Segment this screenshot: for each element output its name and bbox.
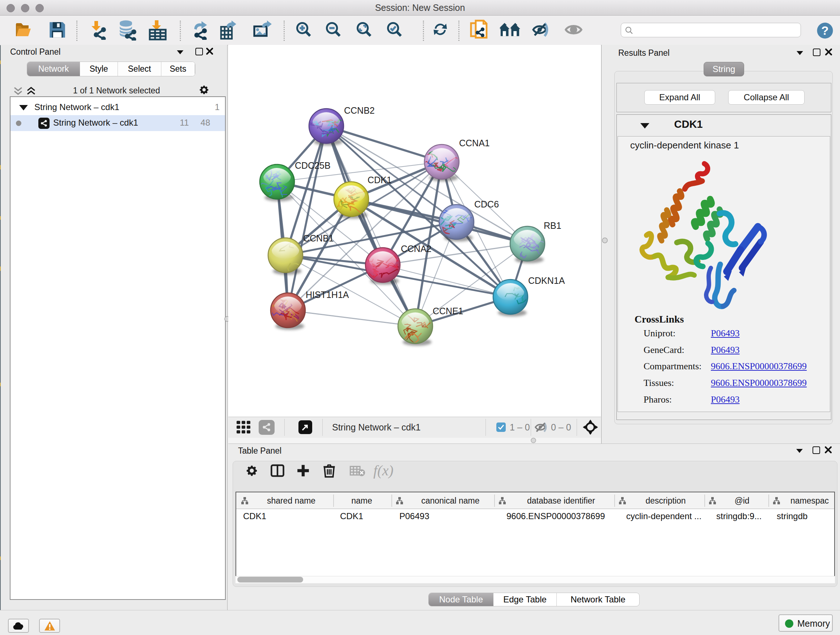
svg-text:canonical name: canonical name — [421, 496, 479, 505]
svg-text:name: name — [351, 496, 372, 505]
svg-text:shared name: shared name — [267, 496, 316, 505]
svg-text:CDK1: CDK1 — [368, 175, 392, 185]
svg-text:database identifier: database identifier — [527, 496, 595, 505]
svg-text:namespac: namespac — [790, 496, 829, 505]
svg-text:CCNE1: CCNE1 — [433, 306, 463, 316]
svg-text:@id: @id — [734, 496, 749, 505]
svg-text:HIST1H1A: HIST1H1A — [306, 290, 349, 300]
svg-text:CDKN1A: CDKN1A — [528, 276, 565, 286]
svg-text:CDC25B: CDC25B — [295, 160, 331, 171]
svg-text:CCNA1: CCNA1 — [459, 138, 490, 148]
svg-text:?: ? — [821, 24, 829, 37]
svg-text:CCNB1: CCNB1 — [303, 233, 334, 243]
svg-text:description: description — [645, 496, 685, 505]
svg-text:CCNA2: CCNA2 — [401, 244, 431, 254]
svg-text:RB1: RB1 — [544, 220, 561, 231]
svg-text:CCNB2: CCNB2 — [344, 105, 375, 116]
svg-text:CDC6: CDC6 — [474, 199, 499, 209]
